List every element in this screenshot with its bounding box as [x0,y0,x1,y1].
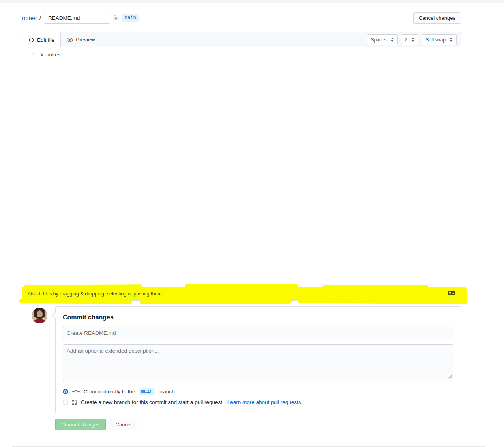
commit-section: Commit changes Commit directly to the ma… [22,306,461,430]
wrap-mode-select[interactable]: Soft wrap [422,34,457,45]
editor-header: Edit file Preview Spaces 2 Soft wrap [22,32,461,47]
tab-edit-file[interactable]: Edit file [22,32,61,47]
updown-icon [391,38,394,42]
code-editor[interactable]: 1 # notes [22,47,461,287]
repo-link[interactable]: notes [22,15,37,21]
markdown-icon[interactable] [448,291,455,297]
commit-title: Commit changes [63,314,453,321]
breadcrumb-separator: / [39,15,41,21]
resize-handle-icon[interactable] [448,374,452,380]
cancel-button[interactable]: Cancel [110,419,137,430]
git-pull-request-icon [72,400,77,405]
line-number: 1 [22,51,41,59]
radio-new-branch[interactable] [63,400,68,405]
in-branch-label: in [114,15,119,21]
file-editor: Edit file Preview Spaces 2 Soft wrap [22,32,461,301]
radio-row-new-branch: Create a new branch for this commit and … [63,399,453,405]
attach-files-area: Attach files by dragging & dropping, sel… [22,287,461,300]
branch-badge: main [122,14,139,22]
commit-form: Commit changes Commit directly to the ma… [55,306,461,413]
updown-icon [411,38,414,42]
editor-controls: Spaces 2 Soft wrap [367,32,461,47]
commit-actions: Commit changes Cancel [55,419,461,430]
code-line: 1 # notes [22,51,461,59]
indent-mode-value: Spaces [371,37,387,43]
code-icon [28,38,34,42]
tab-preview-label: Preview [76,37,95,43]
git-commit-icon [72,389,80,394]
tab-edit-file-label: Edit file [37,37,54,43]
new-branch-text: Create a new branch for this commit and … [81,399,224,405]
commit-summary-input[interactable] [63,327,453,339]
indent-mode-select[interactable]: Spaces [367,34,398,45]
line-content: # notes [41,51,60,59]
filename-input[interactable] [44,12,110,24]
attach-files-dropzone[interactable]: Attach files by dragging & dropping, sel… [22,287,461,300]
learn-more-link[interactable]: Learn more about pull requests. [227,399,303,405]
wrap-mode-value: Soft wrap [425,37,446,43]
cancel-changes-button[interactable]: Cancel changes [413,12,461,24]
eye-icon [67,38,73,42]
direct-commit-text-post: branch. [158,389,176,394]
footer-divider [12,446,485,447]
updown-icon [450,38,453,42]
branch-badge: main [139,388,155,395]
indent-size-value: 2 [405,37,408,43]
page-top-strip [0,0,504,3]
commit-changes-button[interactable]: Commit changes [55,419,106,430]
radio-commit-direct[interactable] [63,389,68,394]
user-avatar [32,308,47,323]
radio-row-direct-commit: Commit directly to the main branch. [63,388,453,395]
indent-size-select[interactable]: 2 [401,34,419,45]
tab-preview[interactable]: Preview [61,32,101,47]
breadcrumb: notes / in main Cancel changes [22,11,461,24]
commit-description-textarea[interactable] [63,344,453,381]
attach-hint-text: Attach files by dragging & dropping, sel… [28,291,448,297]
direct-commit-text-pre: Commit directly to the [84,389,135,394]
